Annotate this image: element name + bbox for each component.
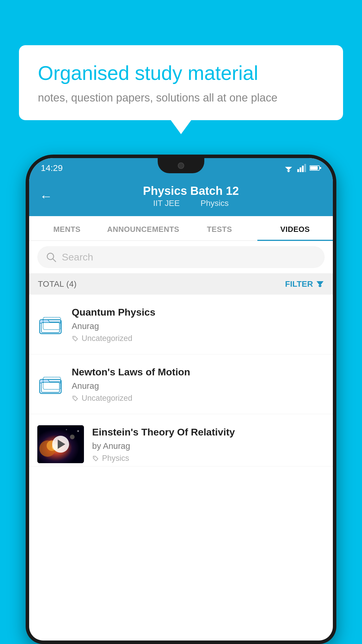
speech-bubble-subtext: notes, question papers, solutions all at…	[38, 92, 324, 104]
status-bar-time: 14:29	[41, 163, 63, 173]
wifi-icon	[283, 164, 294, 172]
video-list: Quantum Physics Anurag Uncategorized	[29, 295, 333, 466]
svg-line-11	[53, 259, 56, 262]
video-item-title: Einstein's Theory Of Relativity	[92, 426, 325, 438]
video-item-info: Quantum Physics Anurag Uncategorized	[72, 306, 325, 343]
search-placeholder: Search	[62, 251, 93, 263]
video-item-info: Newton's Laws of Motion Anurag Uncategor…	[72, 365, 325, 403]
tab-tests[interactable]: TESTS	[182, 216, 257, 240]
play-button[interactable]	[52, 436, 69, 453]
app-bar-batch: IIT JEE	[153, 199, 180, 208]
video-item-author: by Anurag	[92, 441, 325, 451]
folder-icon-container	[37, 311, 64, 337]
status-bar-icons	[283, 164, 321, 172]
speech-bubble-section: Organised study material notes, question…	[19, 45, 343, 120]
list-item[interactable]: Einstein's Theory Of Relativity by Anura…	[29, 414, 333, 466]
app-bar-title: Physics Batch 12	[59, 184, 322, 197]
phone-frame: 14:29	[26, 155, 336, 644]
svg-rect-16	[41, 323, 59, 332]
svg-rect-14	[319, 286, 321, 287]
tab-announcements[interactable]: ANNOUNCEMENTS	[105, 216, 182, 240]
filter-icon	[316, 280, 324, 288]
svg-rect-8	[310, 166, 318, 170]
video-item-tag-text: Uncategorized	[82, 394, 132, 403]
video-thumbnail	[37, 425, 84, 463]
tab-ments[interactable]: MENTS	[29, 216, 105, 240]
phone-notch	[158, 158, 204, 173]
filter-label: FILTER	[285, 279, 313, 289]
tabs-bar: MENTS ANNOUNCEMENTS TESTS VIDEOS	[29, 216, 333, 241]
tag-icon	[92, 455, 99, 462]
video-item-tag: Uncategorized	[72, 394, 325, 403]
video-item-tag: Physics	[92, 454, 325, 463]
svg-rect-20	[41, 382, 59, 392]
tag-icon	[72, 335, 79, 342]
svg-rect-6	[304, 164, 306, 172]
search-bar-container: Search	[29, 241, 333, 274]
list-item[interactable]: Newton's Laws of Motion Anurag Uncategor…	[29, 354, 333, 414]
svg-rect-4	[300, 167, 301, 172]
folder-icon	[39, 374, 62, 394]
play-button-overlay[interactable]	[37, 425, 84, 463]
svg-point-30	[94, 457, 95, 458]
back-button[interactable]: ←	[40, 189, 52, 204]
filter-button[interactable]: FILTER	[285, 279, 324, 289]
app-bar-title-group: Physics Batch 12 IIT JEE Physics	[59, 184, 322, 208]
svg-point-22	[74, 397, 75, 398]
video-item-tag: Uncategorized	[72, 334, 325, 343]
svg-rect-5	[302, 166, 304, 172]
video-item-tag-text: Uncategorized	[82, 334, 132, 343]
total-count: TOTAL (4)	[38, 279, 77, 289]
app-bar-subtitle: IIT JEE Physics	[59, 199, 322, 208]
app-bar: ← Physics Batch 12 IIT JEE Physics	[29, 178, 333, 216]
filter-bar: TOTAL (4) FILTER	[29, 274, 333, 295]
tag-icon	[72, 395, 79, 402]
video-item-title: Quantum Physics	[72, 306, 325, 318]
list-item[interactable]: Quantum Physics Anurag Uncategorized	[29, 295, 333, 354]
video-item-tag-text: Physics	[102, 454, 129, 463]
battery-icon	[310, 165, 321, 171]
svg-rect-3	[297, 169, 299, 172]
speech-bubble-card: Organised study material notes, question…	[19, 45, 343, 120]
video-item-author: Anurag	[72, 381, 325, 391]
app-bar-separator	[189, 199, 194, 208]
svg-marker-0	[285, 167, 292, 170]
phone-screen: 14:29	[29, 158, 333, 640]
video-item-title: Newton's Laws of Motion	[72, 365, 325, 378]
tab-videos[interactable]: VIDEOS	[257, 216, 333, 240]
status-bar: 14:29	[29, 158, 333, 178]
front-camera	[178, 162, 184, 169]
folder-icon	[39, 314, 62, 334]
search-icon	[46, 252, 57, 262]
search-bar[interactable]: Search	[37, 246, 325, 268]
play-triangle-icon	[58, 440, 65, 449]
svg-point-18	[74, 337, 75, 338]
video-item-author: Anurag	[72, 321, 325, 331]
svg-rect-9	[320, 167, 321, 169]
video-item-info: Einstein's Theory Of Relativity by Anura…	[92, 426, 325, 463]
svg-marker-12	[317, 281, 324, 286]
signal-icon	[297, 164, 306, 172]
folder-icon-container	[37, 371, 64, 397]
app-bar-subject: Physics	[201, 199, 229, 208]
speech-bubble-heading: Organised study material	[38, 61, 324, 85]
